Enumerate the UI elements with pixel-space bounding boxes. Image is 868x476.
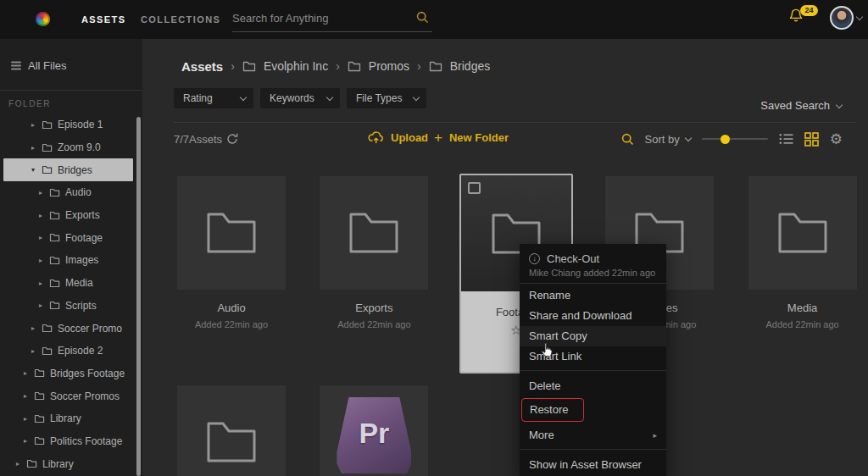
asset-thumbnail[interactable] <box>320 176 428 290</box>
asset-grid: Audio Added 22min ago Exports Added 22mi… <box>177 176 857 374</box>
new-folder-button[interactable]: + New Folder <box>434 130 509 145</box>
folder-tree-item[interactable]: ▸ Media <box>3 272 133 295</box>
menu-item-show-in-asset-browser[interactable]: Show in Asset Browser <box>520 455 666 475</box>
breadcrumb-item[interactable]: › Evolphin Inc <box>231 59 328 73</box>
tree-expand-arrow-icon[interactable]: ▸ <box>16 460 25 468</box>
grid-view-icon[interactable] <box>804 132 819 147</box>
menu-item-check-out[interactable]: ↓ Check-Out Mike Chiang added 22min ago <box>520 244 666 283</box>
sidebar-scrollbar[interactable] <box>136 117 141 476</box>
filter-dropdown[interactable]: Keywords <box>260 88 340 108</box>
tab-assets[interactable]: ASSETS <box>81 14 125 25</box>
saved-search-dropdown[interactable]: Saved Search <box>760 99 842 112</box>
tree-expand-arrow-icon[interactable]: ▸ <box>39 212 47 219</box>
asset-thumbnail[interactable]: Pr <box>320 385 428 476</box>
folder-icon <box>49 233 60 242</box>
filter-dropdown-label: Rating <box>183 92 213 104</box>
asset-thumbnail[interactable] <box>177 385 286 476</box>
folder-name: Politics Footage <box>50 435 122 447</box>
menu-item-restore[interactable]: Restore <box>521 398 584 422</box>
tree-expand-arrow-icon[interactable]: ▸ <box>39 280 47 287</box>
tab-collections[interactable]: COLLECTIONS <box>141 14 220 25</box>
folder-tree-item[interactable]: ▸ Library <box>3 407 133 430</box>
tree-expand-arrow-icon[interactable]: ▸ <box>31 347 40 355</box>
asset-thumbnail[interactable] <box>748 176 857 290</box>
folder-name: Episode 1 <box>58 119 103 130</box>
menu-item-rename[interactable]: Rename <box>520 285 666 306</box>
folder-tree-item[interactable]: ▸ Episode 1 <box>3 113 133 136</box>
filter-dropdown[interactable]: Rating <box>174 88 253 108</box>
tree-expand-arrow-icon[interactable]: ▸ <box>31 324 40 332</box>
folder-tree-item[interactable]: ▸ Audio <box>3 181 133 204</box>
tree-expand-arrow-icon[interactable]: ▸ <box>39 257 47 264</box>
sort-search-icon[interactable] <box>621 133 634 146</box>
select-checkbox[interactable] <box>468 182 481 194</box>
cloud-upload-icon <box>368 130 384 144</box>
folder-name: Images <box>65 254 98 266</box>
global-search <box>232 8 432 32</box>
check-out-label: Check-Out <box>547 252 599 265</box>
folder-tree-item[interactable]: ▸ Soccer Promo <box>3 317 133 340</box>
chevron-down-icon <box>685 135 692 141</box>
tree-expand-arrow-icon[interactable]: ▸ <box>31 144 40 152</box>
settings-gear-icon[interactable]: ⚙ <box>830 132 843 147</box>
account-chevron-down-icon[interactable] <box>856 14 863 20</box>
tree-expand-arrow-icon[interactable]: ▾ <box>31 166 40 174</box>
search-icon[interactable] <box>416 11 429 24</box>
menu-item-delete[interactable]: Delete <box>520 376 666 396</box>
folder-tree-item[interactable]: ▸ Bridges Footage <box>3 363 133 385</box>
upload-button[interactable]: Upload <box>368 130 428 144</box>
folder-tree-item[interactable]: ▸ Exports <box>3 204 133 227</box>
folder-tree-item[interactable]: ▸ Scripts <box>3 295 133 318</box>
asset-card[interactable]: Media Added 22min ago <box>748 176 857 329</box>
folder-icon <box>42 346 53 356</box>
sidebar-all-files[interactable]: All Files <box>10 56 67 75</box>
tree-expand-arrow-icon[interactable]: ▸ <box>39 302 47 309</box>
folder-tree-item[interactable]: ▸ Episode 2 <box>3 340 133 363</box>
asset-card[interactable]: Pr <box>320 385 428 476</box>
tree-expand-arrow-icon[interactable]: ▸ <box>24 437 32 445</box>
breadcrumb-item[interactable]: › Bridges <box>417 59 490 73</box>
filter-dropdown-label: Keywords <box>270 92 314 104</box>
asset-card[interactable] <box>177 385 286 476</box>
folder-tree-item[interactable]: ▸ Politics Footage <box>3 430 133 453</box>
context-menu: ↓ Check-Out Mike Chiang added 22min ago … <box>520 244 666 476</box>
folder-name: Zoom 9.0 <box>58 141 101 153</box>
breadcrumb-label: Bridges <box>450 59 490 73</box>
notifications-button[interactable]: 24 <box>788 7 822 29</box>
tree-expand-arrow-icon[interactable]: ▸ <box>24 415 32 423</box>
folder-tree-item[interactable]: ▸ Library <box>3 452 133 475</box>
folder-name: Bridges <box>58 164 92 176</box>
tree-expand-arrow-icon[interactable]: ▸ <box>24 392 32 400</box>
app-logo-icon[interactable] <box>36 12 50 26</box>
folder-tree-item[interactable]: ▸ Images <box>3 249 133 272</box>
folder-icon <box>49 301 60 310</box>
menu-item-share-and-download[interactable]: Share and Download <box>520 306 666 326</box>
tree-expand-arrow-icon[interactable]: ▸ <box>31 121 40 129</box>
asset-thumbnail[interactable] <box>177 176 286 290</box>
folder-icon <box>49 188 60 197</box>
folder-tree-item[interactable]: ▸ Footage <box>3 226 133 249</box>
breadcrumb-item[interactable]: › Promos <box>336 59 409 73</box>
folder-name: Scripts <box>65 300 97 312</box>
sort-by-dropdown[interactable]: Sort by <box>645 133 691 146</box>
folder-icon <box>42 324 53 333</box>
more-label: More <box>529 425 554 446</box>
folder-tree-item[interactable]: ▸ Soccer Promos <box>3 385 133 407</box>
folder-tree-item[interactable]: ▸ Zoom 9.0 <box>3 136 133 159</box>
search-input[interactable] <box>232 8 410 31</box>
asset-card[interactable]: Exports Added 22min ago <box>320 176 428 329</box>
user-avatar[interactable] <box>830 6 854 30</box>
tree-expand-arrow-icon[interactable]: ▸ <box>39 234 47 241</box>
folder-tree-item[interactable]: ▾ Bridges <box>3 158 133 181</box>
menu-item-more[interactable]: More ▸ <box>520 425 666 446</box>
tree-expand-arrow-icon[interactable]: ▸ <box>39 189 47 196</box>
tree-expand-arrow-icon[interactable]: ▸ <box>24 369 32 377</box>
asset-card[interactable]: Audio Added 22min ago <box>177 176 286 329</box>
thumbnail-size-slider[interactable] <box>702 138 768 140</box>
breadcrumb-item[interactable]: Assets <box>174 59 223 74</box>
slider-thumb[interactable] <box>721 135 730 144</box>
list-view-icon[interactable] <box>779 133 793 145</box>
refresh-icon[interactable] <box>225 132 239 146</box>
filter-dropdown[interactable]: File Types <box>347 88 426 108</box>
folder-icon <box>34 368 45 378</box>
